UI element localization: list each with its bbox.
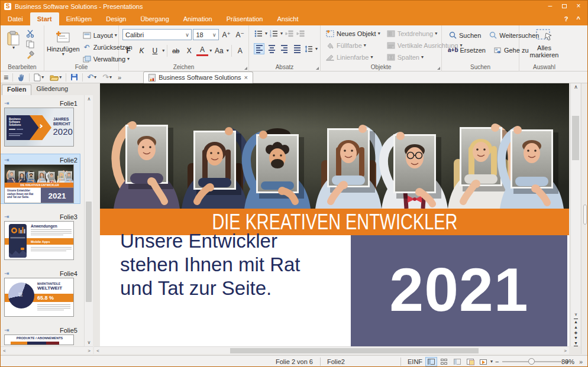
- strikethrough-button[interactable]: ab: [170, 44, 182, 57]
- bullet-list-button[interactable]: [254, 29, 263, 38]
- font-size-combo[interactable]: 18∨: [193, 29, 219, 40]
- view-sorter-button[interactable]: [438, 357, 450, 366]
- panel-scroll-down[interactable]: ∨: [85, 339, 93, 346]
- font-color-dropdown[interactable]: ▾: [209, 49, 212, 53]
- zoom-slider-knob[interactable]: [528, 358, 535, 365]
- start-presentation-button[interactable]: [477, 357, 489, 366]
- last-slide-button[interactable]: ▼: [574, 340, 578, 346]
- panel-tab-gliederung[interactable]: Gliederung: [31, 85, 73, 95]
- hamburger-menu-button[interactable]: ≡: [1, 72, 11, 83]
- paste-dropdown[interactable]: ▾: [12, 46, 15, 50]
- paste-button[interactable]: ▾: [4, 28, 23, 64]
- tab-animation[interactable]: Animation: [176, 12, 219, 25]
- subscript-button[interactable]: X: [183, 44, 195, 57]
- grow-font-button[interactable]: A⁺: [220, 28, 232, 41]
- align-right-button[interactable]: [279, 43, 290, 54]
- statusbar-overflow[interactable]: »: [579, 356, 583, 367]
- tab-ansicht[interactable]: Ansicht: [270, 12, 305, 25]
- line-color-button[interactable]: Linienfarbe▾: [324, 51, 382, 63]
- redo-button[interactable]: ↷▾: [99, 72, 115, 83]
- first-slide-button[interactable]: ▲: [574, 319, 578, 324]
- presentation-dropdown[interactable]: ▾: [490, 360, 493, 363]
- view-normal-button[interactable]: [425, 357, 437, 366]
- save-button[interactable]: [67, 72, 81, 83]
- change-case-dropdown[interactable]: ▾: [227, 49, 229, 53]
- main-horizontal-scrollbar[interactable]: < >: [94, 346, 569, 354]
- tab-praesentation[interactable]: Präsentation: [219, 12, 270, 25]
- replace-button[interactable]: a+bErsetzen: [447, 44, 487, 56]
- underline-dropdown[interactable]: ▾: [162, 49, 164, 53]
- slide-thumb-item-5[interactable]: ⇥Folie5 PRODUKTE / ABONNEMENTS: [1, 324, 80, 345]
- character-dialog-button[interactable]: A: [234, 44, 246, 57]
- status-insert-mode[interactable]: EINF: [408, 356, 422, 367]
- add-slide-button[interactable]: Hinzufügen ▾: [47, 28, 80, 64]
- slide-thumb-item-3[interactable]: ⇥Folie3 Anwendungen: [1, 211, 80, 260]
- panel-scroll-left[interactable]: <: [1, 347, 8, 355]
- slide-thumb-item-2[interactable]: ⇥Folie2 DIE KREATIVEN ENTWICKLER Unsere …: [1, 154, 80, 203]
- panel-scroll-up[interactable]: ∧: [85, 95, 93, 103]
- minimize-button[interactable]: –: [544, 2, 557, 11]
- underline-button[interactable]: U: [149, 44, 161, 57]
- align-justify-button[interactable]: [292, 43, 302, 54]
- splitter-grip[interactable]: [583, 204, 587, 225]
- cut-icon[interactable]: [25, 29, 35, 38]
- panel-vertical-scrollbar[interactable]: ∧ ∨: [84, 95, 93, 346]
- search-button[interactable]: Suchen: [447, 30, 482, 41]
- new-document-button[interactable]: ▾: [31, 72, 47, 83]
- font-color-button[interactable]: A: [196, 46, 208, 56]
- panel-horizontal-scrollbar[interactable]: < >: [1, 346, 93, 354]
- numbered-list-button[interactable]: 123: [269, 29, 279, 38]
- panel-tab-folien[interactable]: Folien: [2, 85, 31, 95]
- view-notes-button[interactable]: [464, 357, 476, 366]
- open-document-button[interactable]: ▾: [47, 72, 64, 83]
- touch-mode-button[interactable]: [14, 72, 28, 83]
- slide-year-box[interactable]: 2021: [351, 235, 567, 346]
- main-scroll-right[interactable]: >: [561, 347, 569, 355]
- main-scroll-up[interactable]: ∧: [572, 83, 580, 91]
- slide-body-text[interactable]: Unsere Entwickler stehen Ihnen mit Rat u…: [120, 229, 301, 300]
- previous-slide-button[interactable]: ▲: [574, 324, 578, 330]
- next-slide-button[interactable]: ▼: [574, 335, 578, 340]
- fill-color-button[interactable]: Füllfarbe▾: [324, 40, 382, 51]
- tab-uebergang[interactable]: Übergang: [133, 12, 176, 25]
- italic-button[interactable]: K: [135, 44, 147, 57]
- line-spacing-button[interactable]: [305, 44, 314, 54]
- select-all-button[interactable]: Allesmarkieren: [519, 25, 569, 62]
- close-button[interactable]: ×: [572, 2, 585, 11]
- absatz-dialog-launcher[interactable]: [316, 67, 319, 70]
- toolbar-overflow-button[interactable]: »: [115, 72, 124, 83]
- view-outline-button[interactable]: [451, 357, 463, 366]
- maximize-button[interactable]: [558, 2, 571, 11]
- slide-canvas[interactable]: DIE KREATIVEN ENTWICKLER Unsere Entwickl…: [100, 83, 569, 346]
- shrink-font-button[interactable]: A⁻: [234, 28, 246, 41]
- panel-scroll-right[interactable]: >: [85, 347, 93, 355]
- main-vertical-scrollbar[interactable]: ∧ ∨ ▲ ▲ ◈ ▼ ▼: [570, 83, 580, 346]
- bold-button[interactable]: F: [122, 44, 134, 57]
- tab-start[interactable]: Start: [30, 12, 59, 25]
- main-scroll-left[interactable]: <: [94, 347, 102, 355]
- font-name-combo[interactable]: Calibri∨: [122, 29, 192, 40]
- document-tab[interactable]: Business Software Solutions ×: [143, 72, 253, 83]
- main-scroll-down[interactable]: ∨: [574, 311, 577, 317]
- decrease-indent-button[interactable]: [285, 29, 294, 38]
- zoom-percent[interactable]: 80%: [561, 356, 574, 367]
- zoom-slider[interactable]: [502, 361, 561, 362]
- tab-datei[interactable]: Datei: [1, 12, 30, 25]
- doc-tab-close-icon[interactable]: ×: [244, 74, 248, 81]
- collapse-ribbon-button[interactable]: ^: [577, 15, 580, 22]
- new-object-button[interactable]: Neues Objekt▾: [324, 28, 382, 39]
- format-painter-icon[interactable]: [25, 50, 35, 60]
- align-left-button[interactable]: [254, 43, 264, 54]
- objekte-dialog-launcher[interactable]: [437, 67, 440, 70]
- browse-object-button[interactable]: ◈: [574, 330, 577, 335]
- copy-icon[interactable]: [25, 40, 35, 49]
- help-button[interactable]: ?: [564, 15, 568, 22]
- undo-button[interactable]: ↶▾: [84, 72, 99, 83]
- slide-thumb-item-1[interactable]: ⇥Folie1 BusinessSoftwareSolutions JAHRES…: [1, 98, 80, 147]
- align-center-button[interactable]: [266, 43, 277, 54]
- sidebar-splitter[interactable]: [581, 83, 588, 354]
- zeichen-dialog-launcher[interactable]: [244, 67, 247, 70]
- slide-thumb-item-4[interactable]: ⇥Folie4 56%Welt MARKTANTEILE WELTWEIT 65…: [1, 268, 80, 317]
- increase-indent-button[interactable]: [296, 29, 305, 38]
- tab-einfuegen[interactable]: Einfügen: [59, 12, 99, 25]
